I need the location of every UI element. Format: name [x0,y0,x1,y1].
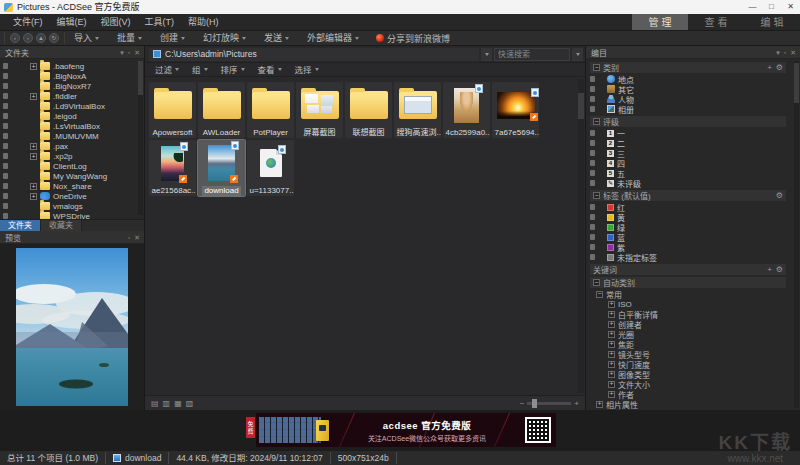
rating-item[interactable]: 1 一 [586,128,792,138]
menu-item[interactable]: 文件(F) [6,14,50,31]
zoom-in-icon[interactable]: + [574,399,579,408]
file-tile[interactable]: Apowersoft [149,82,196,138]
quick-pin-icon[interactable] [3,133,8,139]
toolbar-button[interactable]: 创建 [151,31,194,46]
file-tile[interactable]: AWLoader [198,82,245,138]
quick-pin-icon[interactable] [3,193,8,199]
expand-icon[interactable] [30,143,37,150]
expand-icon[interactable] [608,321,615,328]
folder-tree-item[interactable]: .baofeng [0,61,144,71]
category-item[interactable]: 人物 [586,94,792,104]
add-keyword-icon[interactable]: + [767,264,772,275]
ratings-section-header[interactable]: 评级 [590,116,786,127]
quick-pin-icon[interactable] [590,224,595,230]
auto-category-item[interactable]: 文件大小 [586,379,792,389]
quick-pin-icon[interactable] [3,153,8,159]
color-label-item[interactable]: 未指定标签 [586,252,792,262]
toolbar-button[interactable]: 幻灯放映 [194,31,255,46]
slider-thumb[interactable] [532,399,537,408]
auto-category-photo-props[interactable]: 相片属性 [586,399,792,409]
toolbar-button[interactable]: 批量 [108,31,151,46]
folder-tree-item[interactable]: .Ld9VirtualBox [0,101,144,111]
folder-tree-item[interactable]: Nox_share [0,181,144,191]
quick-pin-icon[interactable] [590,214,595,220]
free-tag[interactable]: 免费 [246,417,255,438]
quick-pin-icon[interactable] [3,183,8,189]
auto-category-item[interactable]: ISO [586,299,792,309]
auto-category-item[interactable]: 创建者 [586,319,792,329]
file-tile[interactable]: 屏幕截图 [296,82,343,138]
minimize-button[interactable]: — [743,0,762,14]
color-label-item[interactable]: 红 [586,202,792,212]
expand-icon[interactable] [608,351,615,358]
auto-categories-section-header[interactable]: 自动类别 [590,277,786,288]
expand-icon[interactable] [608,371,615,378]
folder-tree-item[interactable]: .BigNoxR7 [0,81,144,91]
filter-menu-button[interactable]: 组 [186,63,214,77]
quick-pin-icon[interactable] [590,106,595,112]
quick-pin-icon[interactable] [590,244,595,250]
collapse-icon[interactable] [593,279,600,286]
keywords-section-header[interactable]: 关键词 + ⚙ [590,264,786,275]
folder-tree-item[interactable]: .BigNoxA [0,71,144,81]
quick-pin-icon[interactable] [3,173,8,179]
catalog-scrollbar[interactable] [794,61,799,408]
menu-item[interactable]: 编辑(E) [50,14,94,31]
float-panel-icon[interactable]: ▫ [128,231,130,244]
folder-tree-item[interactable]: WPSDrive [0,211,144,219]
filter-menu-button[interactable]: 查看 [252,63,288,77]
folder-tree-item[interactable]: vmalogs [0,201,144,211]
folder-tree-item[interactable]: OneDrive [0,191,144,201]
file-tile[interactable]: u=1133077... [247,140,294,196]
expand-icon[interactable] [30,93,37,100]
expand-icon[interactable] [608,311,615,318]
expand-icon[interactable] [596,401,603,408]
expand-icon[interactable] [608,361,615,368]
labels-section-header[interactable]: 标签 (默认值) ⚙ [590,190,786,201]
expand-icon[interactable] [608,391,615,398]
file-tile[interactable]: download [198,140,245,196]
up-button[interactable]: ▲ [36,33,46,43]
add-category-icon[interactable]: + [767,62,772,73]
auto-category-item[interactable]: 白平衡详情 [586,309,792,319]
folder-tree-item[interactable]: .MUMUVMM [0,131,144,141]
auto-category-group[interactable]: 常用 [586,289,792,299]
auto-category-item[interactable]: 快门速度 [586,359,792,369]
auto-category-item[interactable]: 镜头型号 [586,349,792,359]
category-item[interactable]: 地点 [586,74,792,84]
search-dropdown-button[interactable] [572,48,583,61]
close-button[interactable]: ✕ [781,0,800,14]
folder-tree-item[interactable]: .xp2p [0,151,144,161]
rating-item[interactable]: 3 三 [586,148,792,158]
quick-pin-icon[interactable] [3,213,8,219]
quick-pin-icon[interactable] [590,76,595,82]
category-item[interactable]: 相册 [586,104,792,114]
folder-tree-scrollbar[interactable] [138,61,143,215]
expand-icon[interactable] [608,331,615,338]
close-icon[interactable]: ✕ [134,231,140,244]
sidebar-tab[interactable]: 文件夹 [0,220,41,231]
refresh-button[interactable]: ↻ [49,33,59,43]
slider-track[interactable] [527,402,571,405]
grid-scrollbar[interactable] [578,79,584,393]
quick-pin-icon[interactable] [3,163,8,169]
color-label-item[interactable]: 蓝 [586,232,792,242]
auto-category-item[interactable]: 作者 [586,389,792,399]
quick-pin-icon[interactable] [3,113,8,119]
quick-pin-icon[interactable] [590,204,595,210]
quick-pin-icon[interactable] [590,86,595,92]
expand-icon[interactable] [30,193,37,200]
menu-item[interactable]: 视图(V) [94,14,138,31]
float-panel-icon[interactable]: ▫ [128,46,130,59]
file-tile[interactable]: 搜狗高速浏... [394,82,441,138]
forward-button[interactable]: › [23,33,33,43]
float-panel-icon[interactable]: ▫ [784,46,786,59]
expand-icon[interactable] [30,153,37,160]
zoom-out-icon[interactable]: − [520,399,525,408]
folder-tree-item[interactable]: .fiddler [0,91,144,101]
quick-pin-icon[interactable] [3,123,8,129]
expand-icon[interactable] [30,63,37,70]
share-weibo-button[interactable]: 分享到新浪微博 [368,32,458,45]
mode-tab[interactable]: 查看 [688,14,744,30]
mode-tab[interactable]: 编辑 [744,14,800,30]
